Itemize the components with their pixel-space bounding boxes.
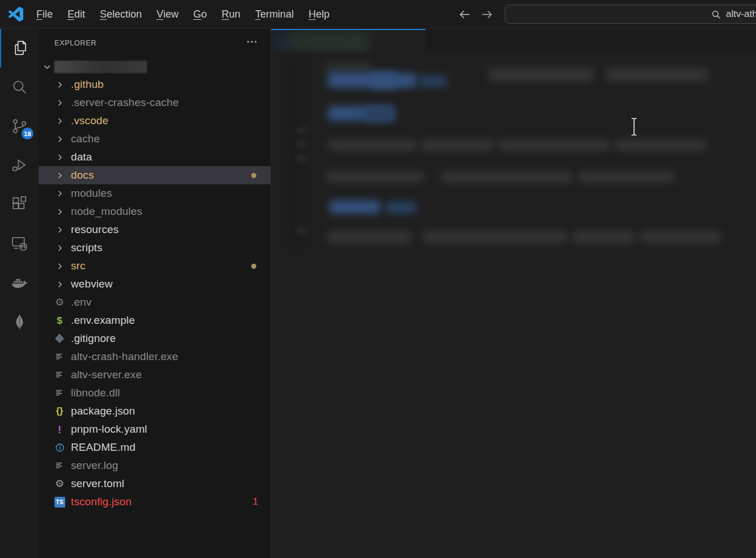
tree-item-label: .gitignore xyxy=(71,332,116,345)
vscode-window: { "titlebar": { "menus": [ {"label": "Fi… xyxy=(0,0,756,558)
modified-dot-badge xyxy=(251,173,256,178)
tree-item-label: modules xyxy=(71,187,112,200)
tree-item-label: .vscode xyxy=(71,115,108,127)
activity-item-explorer[interactable] xyxy=(0,28,39,67)
chevron-right-icon xyxy=(53,134,66,144)
tree-item-docs[interactable]: docs xyxy=(39,166,271,184)
tree-item-webview[interactable]: webview xyxy=(39,275,271,293)
tree-item-label: scripts xyxy=(71,242,103,254)
tree-item-label: node_modules xyxy=(71,205,142,218)
workspace-name-redacted xyxy=(54,61,147,73)
tree-item-label: tsconfig.json xyxy=(71,496,132,508)
menu-terminal[interactable]: Terminal xyxy=(248,9,301,20)
modified-dot-badge xyxy=(251,264,256,269)
more-actions-button[interactable]: ··· xyxy=(247,36,258,48)
tree-item-label: cache xyxy=(71,133,100,145)
tree-item-scripts[interactable]: scripts xyxy=(39,239,271,257)
arrow-right-icon xyxy=(480,7,494,22)
tree-item-label: libnode.dll xyxy=(71,387,120,399)
history-forward-button[interactable] xyxy=(478,0,495,28)
files-icon xyxy=(11,39,29,57)
tree-item-.vscode[interactable]: .vscode xyxy=(39,112,271,130)
tree-item-label: docs xyxy=(71,169,94,181)
tree-item-README.md[interactable]: README.md xyxy=(39,438,271,456)
file-lines-icon xyxy=(53,370,66,380)
tree-item-label: altv-server.exe xyxy=(71,369,142,381)
tree-item-label: .env.example xyxy=(71,314,135,327)
tree-item-.server-crashes-cache[interactable]: .server-crashes-cache xyxy=(39,94,271,112)
menu-run[interactable]: Run xyxy=(214,9,248,20)
tree-item-cache[interactable]: cache xyxy=(39,130,271,148)
tree-item-label: webview xyxy=(71,278,113,290)
activity-item-mongodb[interactable] xyxy=(0,302,39,341)
chevron-right-icon xyxy=(53,98,66,108)
info-icon xyxy=(53,442,66,453)
problems-count-badge: 1 xyxy=(253,496,258,507)
menu-help[interactable]: Help xyxy=(301,9,337,20)
docker-icon xyxy=(10,273,29,292)
explorer-title: EXPLORER xyxy=(54,39,96,47)
tree-item-.gitignore[interactable]: .gitignore xyxy=(39,329,271,348)
tree-item-.env[interactable]: ⚙.env xyxy=(39,293,271,311)
tree-item-resources[interactable]: resources xyxy=(39,221,271,239)
yaml-icon: ! xyxy=(53,424,66,435)
tree-item-modules[interactable]: modules xyxy=(39,184,271,202)
tree-item-server.toml[interactable]: ⚙server.toml xyxy=(39,475,271,493)
debug-icon xyxy=(10,156,29,175)
menu-selection[interactable]: Selection xyxy=(92,9,149,20)
menu-view[interactable]: View xyxy=(149,9,186,20)
tree-item-label: resources xyxy=(71,223,119,236)
activity-item-docker[interactable] xyxy=(0,263,39,302)
menu-go[interactable]: Go xyxy=(186,9,214,20)
activity-item-extensions[interactable] xyxy=(0,185,39,224)
text-cursor-ibeam xyxy=(631,117,637,136)
tree-item-src[interactable]: src xyxy=(39,257,271,275)
chevron-right-icon xyxy=(53,153,66,162)
vscode-logo-icon xyxy=(9,7,23,22)
tree-item-label: .env xyxy=(71,296,91,308)
tree-item-package.json[interactable]: {}package.json xyxy=(39,402,271,420)
menu-edit[interactable]: Edit xyxy=(60,9,92,20)
tree-item-.env.example[interactable]: $.env.example xyxy=(39,311,271,329)
chevron-right-icon xyxy=(53,116,66,126)
json-icon: {} xyxy=(53,407,66,416)
tree-item-.github[interactable]: .github xyxy=(39,75,271,94)
tree-item-label: pnpm-lock.yaml xyxy=(71,423,147,436)
tree-item-node_modules[interactable]: node_modules xyxy=(39,202,271,221)
file-tree: .github.server-crashes-cache.vscodecache… xyxy=(39,75,271,511)
chevron-down-icon xyxy=(42,62,52,72)
chevron-right-icon xyxy=(53,189,66,198)
workspace-root-row[interactable] xyxy=(39,58,271,75)
file-lines-icon xyxy=(53,460,66,471)
history-back-button[interactable] xyxy=(456,0,473,28)
editor-content-blurred[interactable] xyxy=(271,28,756,558)
chevron-right-icon xyxy=(53,225,66,235)
tree-item-altv-crash-handler.exe[interactable]: altv-crash-handler.exe xyxy=(39,348,271,366)
tree-item-data[interactable]: data xyxy=(39,148,271,166)
tree-item-label: src xyxy=(71,260,86,272)
chevron-right-icon xyxy=(53,261,66,271)
tree-item-label: README.md xyxy=(71,441,136,454)
command-center-search[interactable]: altv-ath xyxy=(505,5,756,24)
search-icon xyxy=(10,78,29,96)
tree-item-label: server.toml xyxy=(71,477,124,490)
mongodb-icon xyxy=(10,312,29,331)
activity-item-remote-explorer[interactable] xyxy=(0,224,39,263)
activity-item-search[interactable] xyxy=(0,67,39,107)
chevron-right-icon xyxy=(53,243,66,253)
tree-item-server.log[interactable]: server.log xyxy=(39,456,271,475)
gear-icon: ⚙ xyxy=(53,479,66,489)
scm-changes-badge: 18 xyxy=(22,128,33,140)
tree-item-altv-server.exe[interactable]: altv-server.exe xyxy=(39,366,271,384)
chevron-right-icon xyxy=(53,171,66,180)
tree-item-libnode.dll[interactable]: libnode.dll xyxy=(39,384,271,402)
activity-item-source-control[interactable]: 18 xyxy=(0,107,39,146)
menu-file[interactable]: File xyxy=(29,9,60,20)
tree-item-tsconfig.json[interactable]: TStsconfig.json1 xyxy=(39,493,271,511)
tree-item-label: data xyxy=(71,151,92,163)
tree-item-label: .server-crashes-cache xyxy=(71,96,179,109)
title-bar: FileEditSelectionViewGoRunTerminalHelp a… xyxy=(0,0,756,29)
tree-item-pnpm-lock.yaml[interactable]: !pnpm-lock.yaml xyxy=(39,420,271,438)
sidebar-header: EXPLORER ··· xyxy=(39,28,271,57)
activity-item-run-and-debug[interactable] xyxy=(0,146,39,185)
